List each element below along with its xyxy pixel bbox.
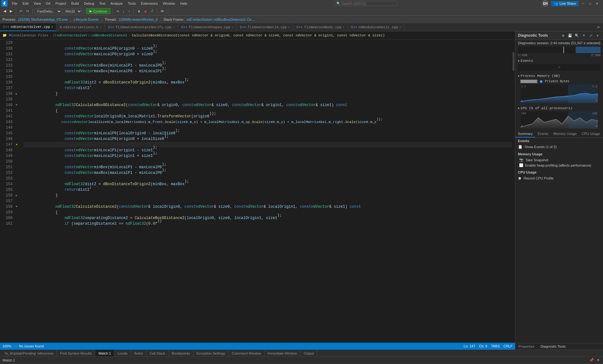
tab-flinewton4body[interactable]: C++ fliNewton4Body.cpp ✕ [293, 23, 348, 31]
tab-ndintersections[interactable]: H ndIntersections.h ✕ [57, 23, 105, 31]
record-cpu-button[interactable]: ⏺ Record CPU Profile [518, 175, 600, 181]
events-section-header[interactable]: ▼ Events [518, 59, 600, 63]
memory-section-header[interactable]: ▼ Process Memory (GB) [518, 74, 600, 78]
global-search-input[interactable] [334, 1, 397, 6]
editor-scrollbar[interactable] [512, 40, 515, 343]
summary-memory: Memory Usage 📷 Take Snapshot Enable heap… [518, 152, 600, 168]
menu-window[interactable]: Window [160, 0, 177, 7]
record-icon: ⏺ [518, 176, 522, 180]
config-dropdown[interactable]: FastDebu... [35, 8, 62, 14]
prop-tab-diagnostic[interactable]: Diagnostic Tools [537, 343, 569, 350]
window-maximize-button[interactable]: □ [588, 1, 592, 6]
expand-panel-icon[interactable]: ⤢ [588, 33, 594, 38]
menu-edit[interactable]: Edit [20, 0, 31, 7]
cpu-section-header[interactable]: ▼ CPU (% of all processors) [518, 106, 600, 110]
continue-button[interactable]: ▶ Continue [86, 8, 111, 14]
back-button[interactable]: ◀ [2, 8, 8, 14]
menu-analyze[interactable]: Analyze [108, 0, 125, 7]
more-debug-buttons[interactable]: ≫ [159, 8, 166, 14]
diag-tab-events[interactable]: Events [535, 131, 551, 137]
bottom-tab-locals[interactable]: Locals [114, 350, 131, 356]
bottom-tab-exception[interactable]: Exception Settings [193, 350, 229, 356]
enable-heap-checkbox[interactable] [519, 163, 523, 167]
process-link[interactable]: [16296] SbsSampleApp_FD.exe [19, 18, 68, 21]
tab-flinewton4world[interactable]: C++ fliNewton4World.cpp ✕ [237, 23, 293, 31]
redo-button[interactable]: ↪ [24, 8, 30, 14]
menu-help[interactable]: Help [178, 0, 190, 7]
breadcrumb-class[interactable]: ndContactSolver::ndBoxBoxDistance2 [57, 34, 127, 37]
summary-memory-title: Memory Usage [518, 152, 600, 156]
breadcrumb-function[interactable]: CalculateBox0Distance2(const ndVector & … [132, 34, 385, 37]
watch-pin-icon[interactable]: 📌 [589, 358, 594, 363]
thread-dropdown[interactable]: [18968] newtonWorker_0 [119, 18, 158, 21]
undo-button[interactable]: ↩ [18, 8, 24, 14]
bottom-tab-autos[interactable]: Autos [131, 350, 146, 356]
menu-test[interactable]: Test [97, 0, 108, 7]
bottom-tab-immediate[interactable]: Immediate Window [264, 350, 301, 356]
editor-scrollbar-thumb[interactable] [513, 52, 514, 71]
bottom-tab-callstack[interactable]: Call Stack [146, 350, 169, 356]
platform-dropdown[interactable]: Win32 [62, 8, 82, 14]
tab-close-4[interactable]: ✕ [288, 25, 290, 29]
tab-overflow-button[interactable]: ≫ [594, 25, 603, 29]
settings-icon[interactable]: ⚙ [560, 33, 566, 38]
editor-breadcrumb: 📁 Miscellaneous Files › ⬡ ndContactSolve… [0, 31, 515, 40]
bottom-tab-watch1[interactable]: Watch 1 [95, 350, 114, 356]
step-out-button[interactable]: ↑ [127, 8, 132, 14]
step-over-button[interactable]: ⤼ [115, 8, 121, 14]
diag-tab-summary[interactable]: Summary [515, 131, 535, 137]
prop-tab-properties[interactable]: Properties [515, 343, 537, 350]
tab-close-2[interactable]: ✕ [173, 25, 175, 29]
summary-cpu-title: CPU Usage [518, 170, 600, 174]
menu-file[interactable]: File [9, 0, 20, 7]
save-icon[interactable]: 💾 [567, 33, 573, 38]
breadcrumb-misc[interactable]: 📁 Miscellaneous Files [3, 33, 48, 37]
menu-build[interactable]: Build [69, 0, 81, 7]
tab-close-0[interactable]: ✕ [51, 25, 53, 29]
pause-button[interactable]: ⏸ [136, 8, 142, 14]
bottom-tab-find-symbol[interactable]: Find Symbol Results [57, 350, 95, 356]
memory-max-right: 2.2 [592, 85, 597, 88]
window-close-button[interactable]: ✕ [595, 1, 599, 6]
bottom-tab-references[interactable]: 'm_bUpdatePending' references [1, 350, 57, 356]
close-panel-button[interactable]: ✕ [595, 33, 600, 38]
step-into-button[interactable]: ↓ [121, 8, 126, 14]
live-share-button[interactable]: 👥 Live Share [551, 1, 579, 6]
cpp-icon-4: C++ [240, 25, 246, 29]
tab-close-6[interactable]: ✕ [399, 25, 401, 29]
stop-button[interactable]: ■ [143, 8, 148, 14]
tab-flinewton4shapes[interactable]: C++ fliNewton4Shapes.cpp ✕ [178, 23, 237, 31]
record-cpu-label: Record CPU Profile [524, 176, 554, 180]
code-text[interactable]: const ndVector minLocalP0(origin0 - size… [23, 40, 512, 343]
bottom-tab-output[interactable]: Output [300, 350, 317, 356]
code-line-161: if (separatingDistance2 == ndFloat32(0.0… [24, 221, 512, 227]
tab-ndcontactsolver[interactable]: C++ ndContactSolver.cpp ✕ [0, 23, 57, 31]
bottom-tab-command[interactable]: Command Window [229, 350, 264, 356]
menu-view[interactable]: View [31, 0, 44, 7]
tab-close-1[interactable]: ✕ [100, 25, 101, 29]
search-icon[interactable]: 🔍 [574, 33, 580, 38]
menu-extensions[interactable]: Extensions [139, 0, 160, 7]
tab-close-5[interactable]: ✕ [343, 25, 345, 29]
menu-tools[interactable]: Tools [125, 0, 139, 7]
window-minimize-button[interactable]: ─ [581, 1, 585, 6]
watch-close-icon[interactable]: ✕ [595, 358, 600, 363]
tab-ndbodykinematic[interactable]: C++ ndBodyKinematic.cpp ✕ [348, 23, 405, 31]
diag-tab-memory[interactable]: Memory Usage [551, 131, 579, 137]
tab-close-3[interactable]: ✕ [231, 25, 233, 29]
diag-tab-cpu[interactable]: CPU Usage [579, 131, 602, 137]
bottom-tab-breakpoints[interactable]: Breakpoints [169, 350, 193, 356]
breadcrumb-namespace[interactable]: ⬡ [53, 33, 56, 37]
filter-icon[interactable]: ≡ [581, 33, 587, 38]
show-events-item[interactable]: 📋 Show Events (1 of 2) [518, 144, 600, 150]
forward-button[interactable]: ▶ [8, 8, 14, 14]
take-snapshot-button[interactable]: 📷 Take Snapshot [518, 157, 600, 163]
restart-button[interactable]: ↺ [149, 8, 155, 14]
diag-timeline[interactable] [518, 47, 600, 53]
menu-debug[interactable]: Debug [81, 0, 96, 7]
tab-flinewton4contactnotify[interactable]: C++ fliNewton4ContactNotify.cpp ✕ [105, 23, 178, 31]
stack-dropdown[interactable]: ndContactSolver::ndBoxBoxDistance2::Ca .… [187, 18, 255, 21]
menu-project[interactable]: Project [53, 0, 68, 7]
timeline-cursor [563, 47, 564, 53]
menu-git[interactable]: Git [43, 0, 53, 7]
